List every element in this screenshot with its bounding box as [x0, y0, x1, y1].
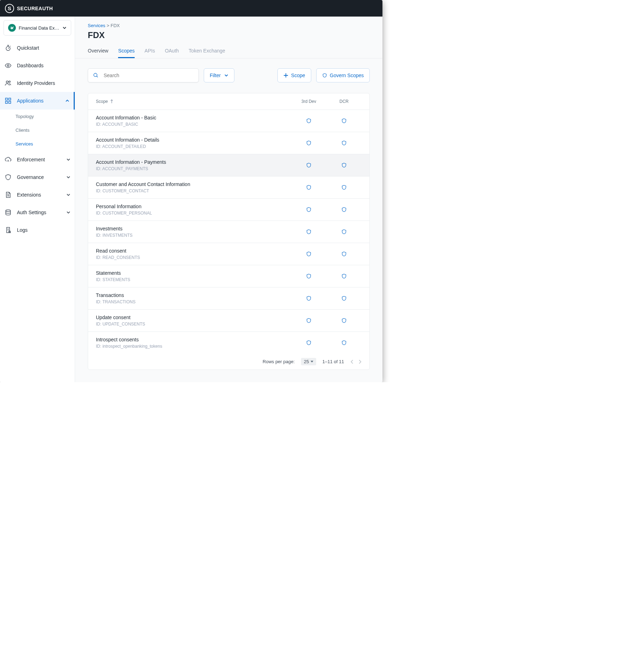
filter-button[interactable]: Filter	[204, 68, 234, 82]
scopes-table: Scope 3rd Dev DCR Account Information - …	[88, 93, 370, 370]
chevron-down-icon	[66, 193, 70, 197]
sidebar-item-label: Logs	[17, 227, 27, 233]
shield-icon	[322, 73, 327, 78]
table-row[interactable]: Update consentID: UPDATE_CONSENTS	[88, 310, 369, 332]
table-row[interactable]: StatementsID: STATEMENTS	[88, 265, 369, 287]
sidebar-item-quickstart[interactable]: Quickstart	[0, 39, 75, 57]
column-header-dcr[interactable]: DCR	[326, 99, 362, 104]
3rd-dev-cell[interactable]	[291, 206, 326, 213]
topbar: S SECUREAUTH	[0, 0, 382, 17]
scope-name: Statements	[96, 270, 291, 276]
tab-scopes[interactable]: Scopes	[118, 44, 135, 58]
dcr-cell[interactable]	[326, 162, 362, 168]
3rd-dev-cell[interactable]	[291, 317, 326, 324]
tab-overview[interactable]: Overview	[88, 44, 108, 58]
search-input[interactable]	[104, 73, 194, 78]
tab-apis[interactable]: APIs	[145, 44, 155, 58]
dcr-cell[interactable]	[326, 206, 362, 213]
scope-cell: Personal InformationID: CUSTOMER_PERSONA…	[96, 204, 291, 216]
dropdown-caret-icon	[311, 361, 313, 363]
sidebar-sub-topology[interactable]: Topology	[16, 110, 75, 123]
3rd-dev-cell[interactable]	[291, 184, 326, 191]
chevron-down-icon	[66, 157, 70, 162]
sidebar-item-identity-providers[interactable]: Identity Providers	[0, 74, 75, 92]
dcr-cell[interactable]	[326, 273, 362, 279]
sidebar-item-dashboards[interactable]: Dashboards	[0, 57, 75, 74]
stopwatch-icon	[4, 44, 12, 52]
table-row[interactable]: Read consentID: READ_CONSENTS	[88, 243, 369, 265]
toolbar: Filter Scope	[88, 68, 370, 82]
sidebar-item-label: Auth Settings	[17, 210, 46, 215]
dcr-cell[interactable]	[326, 229, 362, 235]
svg-rect-5	[9, 98, 11, 100]
rows-per-page-select[interactable]: 25	[301, 358, 316, 365]
3rd-dev-cell[interactable]	[291, 229, 326, 235]
svg-point-1	[7, 65, 9, 67]
sidebar-item-governance[interactable]: Governance	[0, 168, 75, 186]
apps-grid-icon	[4, 97, 12, 105]
tab-token-exchange[interactable]: Token Exchange	[189, 44, 225, 58]
scope-id: ID: UPDATE_CONSENTS	[96, 322, 291, 327]
scope-id: ID: ACCOUNT_DETAILED	[96, 144, 291, 149]
dcr-cell[interactable]	[326, 317, 362, 324]
table-row[interactable]: Account Information - BasicID: ACCOUNT_B…	[88, 110, 369, 132]
scope-cell: Account Information - BasicID: ACCOUNT_B…	[96, 115, 291, 127]
3rd-dev-cell[interactable]	[291, 295, 326, 302]
logs-icon	[4, 226, 12, 234]
main-header: Services > FDX FDX Overview Scopes APIs …	[75, 17, 382, 58]
users-icon	[4, 79, 12, 87]
scope-cell: Customer and Account Contact Information…	[96, 181, 291, 193]
scope-cell: Update consentID: UPDATE_CONSENTS	[96, 315, 291, 327]
shield-icon	[4, 173, 12, 181]
3rd-dev-cell[interactable]	[291, 340, 326, 346]
dcr-cell[interactable]	[326, 184, 362, 191]
table-row[interactable]: InvestmentsID: INVESTMENTS	[88, 221, 369, 243]
add-scope-button[interactable]: Scope	[277, 68, 311, 82]
3rd-dev-cell[interactable]	[291, 118, 326, 124]
sidebar-item-applications[interactable]: Applications	[0, 92, 75, 110]
sidebar-item-extensions[interactable]: Extensions	[0, 186, 75, 204]
sidebar-sub-services[interactable]: Services	[16, 137, 75, 151]
sidebar: Financial Data Excha... Quickstart Dash	[0, 17, 75, 382]
prev-page-button[interactable]	[350, 360, 353, 364]
chevron-down-icon	[66, 175, 70, 179]
chevron-down-icon	[66, 210, 70, 215]
3rd-dev-cell[interactable]	[291, 140, 326, 146]
3rd-dev-cell[interactable]	[291, 251, 326, 257]
table-row[interactable]: Account Information - PaymentsID: ACCOUN…	[88, 154, 369, 176]
table-row[interactable]: Introspect consentsID: introspect_openba…	[88, 332, 369, 354]
sidebar-item-enforcement[interactable]: Enforcement	[0, 151, 75, 168]
sidebar-applications-submenu: Topology Clients Services	[0, 110, 75, 151]
table-row[interactable]: TransactionsID: TRANSACTIONS	[88, 287, 369, 310]
dcr-cell[interactable]	[326, 118, 362, 124]
next-page-button[interactable]	[359, 360, 362, 364]
column-header-scope[interactable]: Scope	[96, 99, 291, 104]
govern-scopes-button[interactable]: Govern Scopes	[316, 68, 370, 82]
svg-rect-7	[9, 101, 11, 104]
table-row[interactable]: Customer and Account Contact Information…	[88, 176, 369, 199]
column-header-3rd-dev[interactable]: 3rd Dev	[291, 99, 326, 104]
add-scope-button-label: Scope	[291, 73, 305, 78]
dcr-cell[interactable]	[326, 140, 362, 146]
scope-name: Personal Information	[96, 204, 291, 209]
pagination: Rows per page: 25 1–11 of 11	[88, 354, 369, 370]
rows-per-page-label: Rows per page:	[263, 359, 295, 364]
table-row[interactable]: Personal InformationID: CUSTOMER_PERSONA…	[88, 199, 369, 221]
3rd-dev-cell[interactable]	[291, 162, 326, 168]
sidebar-item-auth-settings[interactable]: Auth Settings	[0, 204, 75, 221]
breadcrumb-parent-link[interactable]: Services	[88, 23, 105, 28]
dcr-cell[interactable]	[326, 340, 362, 346]
govern-scopes-button-label: Govern Scopes	[330, 73, 364, 78]
dcr-cell[interactable]	[326, 295, 362, 302]
plus-icon	[283, 73, 288, 78]
table-row[interactable]: Account Information - DetailsID: ACCOUNT…	[88, 132, 369, 154]
sidebar-sub-clients[interactable]: Clients	[16, 123, 75, 137]
sidebar-item-logs[interactable]: Logs	[0, 221, 75, 239]
search-box[interactable]	[88, 68, 199, 82]
tab-oauth[interactable]: OAuth	[165, 44, 179, 58]
scope-name: Transactions	[96, 292, 291, 298]
dcr-cell[interactable]	[326, 251, 362, 257]
3rd-dev-cell[interactable]	[291, 273, 326, 279]
workspace-picker[interactable]: Financial Data Excha...	[4, 20, 71, 36]
breadcrumb: Services > FDX	[88, 23, 370, 28]
